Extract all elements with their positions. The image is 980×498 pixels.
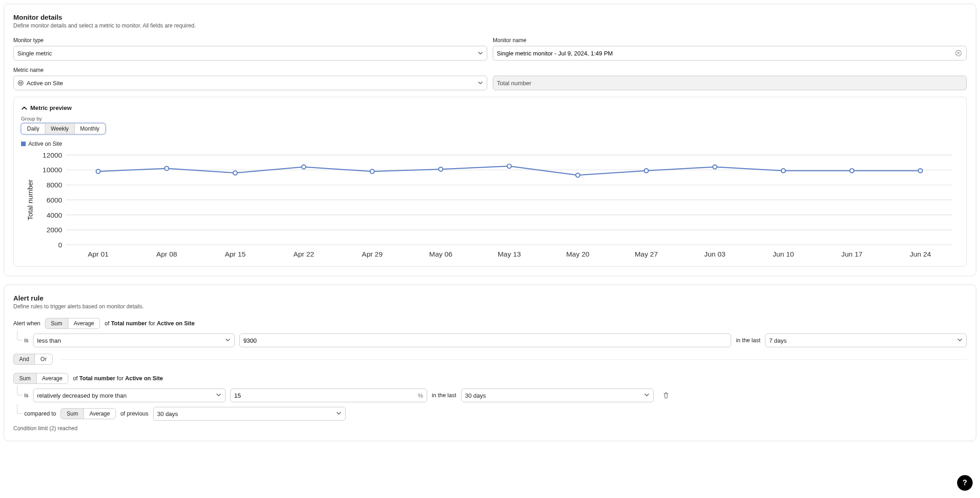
cond1-operator-select[interactable]: less than [33, 334, 235, 347]
metric-aggregation-value: Total number [497, 80, 531, 87]
svg-point-22 [302, 165, 306, 169]
cond1-value-field[interactable] [243, 337, 727, 344]
cond2-window-value: 30 days [465, 392, 644, 399]
cond2-header: Sum Average of Total number for Active o… [13, 373, 967, 384]
chart-container: 020004000600080001000012000Total numberA… [21, 150, 959, 259]
condition-limit-text: Condition limit (2) reached [13, 425, 967, 432]
svg-text:Jun 10: Jun 10 [773, 250, 794, 258]
monitor-details-title: Monitor details [13, 13, 967, 21]
cond2-body-1: is relatively decreased by more than % i… [24, 389, 967, 402]
chart-legend: Active on Site [21, 141, 959, 147]
chevron-up-icon [21, 105, 28, 111]
svg-text:6000: 6000 [46, 196, 62, 204]
metric-aggregation-readonly: Total number [493, 76, 967, 90]
svg-text:0: 0 [58, 241, 62, 249]
svg-point-3 [20, 82, 21, 83]
percent-suffix: % [418, 392, 423, 399]
monitor-name-input[interactable] [493, 46, 967, 60]
metric-preview-title: Metric preview [30, 104, 72, 111]
svg-point-19 [96, 170, 100, 174]
monitor-type-label: Monitor type [13, 37, 487, 44]
svg-point-24 [439, 167, 443, 171]
group-by-label: Group by [21, 116, 959, 121]
svg-text:Jun 24: Jun 24 [910, 250, 931, 258]
monitor-type-value: Single metric [17, 50, 52, 57]
svg-point-27 [644, 169, 649, 173]
group-by-daily[interactable]: Daily [21, 123, 45, 134]
monitor-name-label: Monitor name [493, 37, 967, 44]
cond2-average-button[interactable]: Average [36, 373, 68, 384]
svg-text:12000: 12000 [43, 151, 62, 159]
chevron-down-icon [957, 337, 963, 344]
compared-agg-segmented: Sum Average [61, 408, 116, 419]
cond2-value-field[interactable] [234, 392, 415, 399]
monitor-details-card: Monitor details Define monitor details a… [4, 4, 976, 276]
monitor-details-subtitle: Define monitor details and select a metr… [13, 22, 967, 29]
alert-rule-subtitle: Define rules to trigger alerts based on … [13, 303, 967, 310]
svg-text:Total number: Total number [26, 180, 34, 220]
cond1-inlast-label: in the last [736, 337, 760, 344]
svg-text:4000: 4000 [46, 211, 62, 219]
cond2-agg-segmented: Sum Average [13, 373, 68, 384]
svg-point-29 [781, 169, 785, 173]
svg-text:Apr 22: Apr 22 [293, 250, 314, 258]
logic-or-button[interactable]: Or [34, 354, 52, 365]
of-previous-label: of previous [121, 410, 149, 417]
compared-to-label: compared to [24, 410, 56, 417]
svg-point-23 [370, 170, 374, 174]
group-by-segmented: Daily Weekly Monthly [21, 123, 105, 134]
alert-when-label: Alert when [13, 320, 40, 327]
svg-text:8000: 8000 [46, 181, 62, 189]
legend-label: Active on Site [28, 141, 62, 147]
chevron-down-icon [336, 410, 341, 417]
chevron-down-icon [478, 80, 483, 86]
svg-text:10000: 10000 [43, 166, 62, 174]
cond1-value-input[interactable] [239, 334, 731, 347]
compared-sum-button[interactable]: Sum [61, 408, 84, 419]
svg-text:Jun 17: Jun 17 [841, 250, 862, 258]
cond2-of-text: of Total number for Active on Site [73, 375, 163, 382]
cond1-header: Alert when Sum Average of Total number f… [13, 318, 967, 329]
monitor-type-select[interactable]: Single metric [13, 46, 487, 60]
prev-window-select[interactable]: 30 days [153, 407, 346, 421]
spacer-label [493, 67, 967, 73]
svg-text:Jun 03: Jun 03 [704, 250, 725, 258]
cond1-sum-button[interactable]: Sum [45, 318, 68, 329]
svg-point-20 [165, 166, 169, 170]
logic-segmented: And Or [13, 354, 53, 365]
svg-text:May 27: May 27 [635, 250, 658, 258]
compared-average-button[interactable]: Average [83, 408, 116, 419]
metric-name-select[interactable]: Active on Site [13, 76, 487, 90]
svg-point-30 [850, 169, 854, 173]
svg-text:May 06: May 06 [429, 250, 452, 258]
cond2-value-input[interactable]: % [230, 389, 427, 402]
cond1-is-label: is [24, 337, 28, 344]
cond2-sum-button[interactable]: Sum [13, 373, 37, 384]
logic-and-button[interactable]: And [13, 354, 35, 365]
chevron-down-icon [225, 337, 231, 344]
svg-point-31 [918, 169, 922, 173]
cond2-inlast-label: in the last [432, 392, 457, 399]
clear-icon[interactable] [954, 49, 963, 57]
target-icon [17, 80, 24, 86]
group-by-weekly[interactable]: Weekly [45, 123, 75, 134]
cond1-operator-value: less than [37, 337, 225, 344]
line-chart: 020004000600080001000012000Total numberA… [21, 150, 959, 259]
cond2-window-select[interactable]: 30 days [461, 389, 654, 402]
alert-rule-title: Alert rule [13, 294, 967, 302]
metric-preview-toggle[interactable]: Metric preview [21, 104, 959, 111]
chevron-down-icon [644, 392, 650, 399]
cond2-operator-value: relatively decreased by more than [37, 392, 216, 399]
monitor-name-field[interactable] [497, 46, 954, 60]
svg-text:2000: 2000 [46, 226, 62, 234]
cond2-body-2: compared to Sum Average of previous 30 d… [24, 407, 967, 421]
cond1-window-select[interactable]: 7 days [765, 334, 967, 347]
svg-text:Apr 08: Apr 08 [156, 250, 177, 258]
svg-text:May 20: May 20 [566, 250, 589, 258]
group-by-monthly[interactable]: Monthly [74, 123, 105, 134]
cond2-operator-select[interactable]: relatively decreased by more than [33, 389, 226, 402]
svg-point-26 [576, 173, 580, 177]
delete-condition-button[interactable] [661, 390, 671, 400]
cond1-average-button[interactable]: Average [68, 318, 100, 329]
cond1-window-value: 7 days [769, 337, 957, 344]
